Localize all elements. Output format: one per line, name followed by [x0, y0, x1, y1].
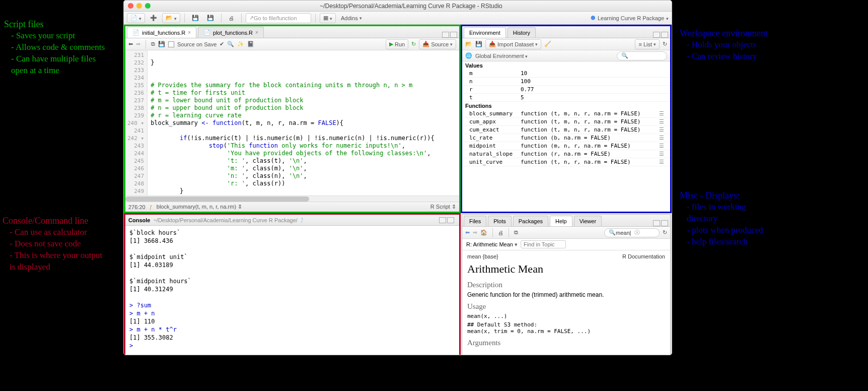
maximize-pane-button[interactable]: [661, 220, 668, 226]
tools-grid-button[interactable]: ▦: [320, 13, 336, 23]
env-function-row[interactable]: block_summaryfunction (t, m, n, r, na.rm…: [462, 110, 670, 118]
import-dataset-button[interactable]: 📥 Import Dataset: [485, 39, 541, 49]
re-run-icon[interactable]: ↻: [411, 41, 416, 47]
functions-section: Functions: [462, 102, 670, 110]
compile-report-icon[interactable]: 📓: [247, 41, 254, 47]
code-editor[interactable]: 231232233234235236237238239240 ▾241242 ▾…: [125, 50, 459, 196]
env-tabs: Environment History: [462, 26, 670, 38]
print-icon[interactable]: 🖨: [498, 230, 503, 236]
back-icon[interactable]: ⬅: [465, 229, 470, 236]
help-content[interactable]: mean {base}R Documentation Arithmetic Me…: [462, 250, 670, 355]
env-value-row[interactable]: m10: [462, 70, 670, 78]
close-window-button[interactable]: [128, 3, 133, 9]
env-value-row[interactable]: n100: [462, 78, 670, 86]
find-icon[interactable]: 🔍: [227, 41, 234, 47]
zoom-window-button[interactable]: [145, 3, 151, 9]
env-function-row[interactable]: cum_exactfunction (t, m, n, r, na.rm = F…: [462, 126, 670, 134]
tab-help[interactable]: Help: [550, 216, 572, 226]
refresh-icon[interactable]: ↻: [663, 229, 667, 236]
close-tab-icon[interactable]: ×: [255, 30, 258, 35]
env-function-row[interactable]: natural_slopefunction (r, na.rm = FALSE)…: [462, 150, 670, 158]
new-project-button[interactable]: ➕: [147, 13, 160, 23]
new-file-button[interactable]: 📄: [127, 13, 145, 23]
save-all-button[interactable]: 💾: [204, 13, 217, 23]
find-in-topic-input[interactable]: [521, 240, 566, 248]
env-value-row[interactable]: r0.77: [462, 86, 670, 94]
minimize-pane-button[interactable]: [442, 32, 449, 38]
help-usage2: ## Default S3 method: mean(x, trim = 0, …: [467, 321, 665, 335]
env-function-row[interactable]: lc_ratefunction (b, na.rm = FALSE)☰: [462, 134, 670, 142]
refresh-icon[interactable]: ↻: [663, 41, 667, 47]
source-menu-button[interactable]: 📥 Source: [419, 39, 456, 49]
env-functions-body: block_summaryfunction (t, m, n, r, na.rm…: [462, 110, 670, 166]
close-tab-icon[interactable]: ×: [188, 30, 191, 35]
window-title: ~/Desktop/Personal/Academia/Learning Cur…: [151, 3, 672, 10]
tab-viewer[interactable]: Viewer: [574, 216, 602, 226]
env-function-row[interactable]: unit_curvefunction (t, n, r, na.rm = FAL…: [462, 158, 670, 166]
scope-icon: 🌐: [465, 52, 472, 59]
annotation-script: Script files - Saves your script- Allows…: [4, 18, 105, 77]
help-search-input[interactable]: 🔍 mean| ⓧ: [604, 228, 660, 237]
env-search-input[interactable]: 🔍: [617, 51, 667, 60]
maximize-pane-button[interactable]: [661, 32, 668, 38]
tab-packages[interactable]: Packages: [513, 216, 548, 226]
code-body[interactable]: } # Provides the summary for the block c…: [148, 50, 438, 196]
popout-icon[interactable]: ⧉: [514, 229, 518, 236]
help-usage1: mean(x, ...): [467, 313, 665, 319]
scope-selector[interactable]: Global Environment: [475, 53, 528, 59]
forward-icon[interactable]: ➡: [136, 41, 140, 47]
spellcheck-icon[interactable]: ✔: [220, 41, 224, 47]
cursor-position: 276:20: [128, 204, 146, 210]
console-body[interactable]: $`block hours`[1] 3668.436 $`midpoint un…: [125, 226, 459, 355]
annotation-console: Console/Command line - Can use as calcul…: [3, 215, 102, 273]
language-selector[interactable]: R Script ⇕: [430, 204, 456, 210]
tab-files[interactable]: Files: [464, 216, 486, 226]
topic-dropdown[interactable]: R: Arithmetic Mean: [466, 241, 518, 248]
maximize-pane-button[interactable]: [447, 217, 454, 223]
minimize-window-button[interactable]: [136, 3, 142, 9]
home-icon[interactable]: 🏠: [480, 229, 487, 236]
editor-hscrollbar[interactable]: [125, 196, 459, 202]
run-button[interactable]: ▶ Run: [386, 39, 408, 49]
tab-environment[interactable]: Environment: [464, 27, 506, 38]
tab-history[interactable]: History: [508, 27, 536, 38]
source-pane: 📄 initial_functions.R × 📄 plot_functions…: [125, 26, 460, 212]
wand-icon[interactable]: ✨: [237, 41, 244, 47]
annotation-env: Workspace environment - Holds your objec…: [680, 27, 768, 62]
tab-initial-functions[interactable]: 📄 initial_functions.R ×: [127, 27, 196, 38]
save-button[interactable]: 💾: [189, 13, 202, 23]
print-button[interactable]: 🖨: [226, 13, 237, 23]
source-on-save-checkbox[interactable]: [168, 41, 174, 47]
annotation-script-body: - Saves your script- Allows code & comme…: [4, 30, 105, 77]
console-header: Console ~/Desktop/Personal/Academia/Lear…: [125, 215, 459, 226]
console-popout-icon[interactable]: ⤴: [301, 217, 304, 223]
minimize-pane-button[interactable]: [653, 32, 660, 38]
annotation-console-body: - Can use as calculator- Does not save c…: [3, 227, 102, 273]
minimize-pane-button[interactable]: [653, 220, 660, 226]
help-args-header: Arguments: [467, 339, 665, 347]
function-nav[interactable]: block_summary(t, m, n, r, na.rm) ⇕: [157, 204, 242, 210]
tab-plots[interactable]: Plots: [488, 216, 511, 226]
annotation-misc: Misc - Displays: - files in working dire…: [680, 189, 763, 248]
tab-plot-functions[interactable]: 📄 plot_functions.R ×: [198, 27, 264, 38]
env-list[interactable]: Values m10n100r0.77t5 Functions block_su…: [462, 61, 670, 212]
goto-file-input[interactable]: ↗ Go to file/function: [246, 13, 311, 23]
env-value-row[interactable]: t5: [462, 94, 670, 102]
back-icon[interactable]: ⬅: [128, 41, 133, 47]
save-workspace-icon[interactable]: 💾: [475, 41, 482, 47]
maximize-pane-button[interactable]: [450, 32, 457, 38]
open-file-button[interactable]: 📂: [162, 13, 180, 23]
project-menu[interactable]: ⬢Learning Curve R Package: [591, 15, 669, 21]
addins-menu[interactable]: Addins: [338, 13, 365, 23]
help-toolbar: ⬅ ➡ 🏠 🖨 ⧉ 🔍 mean| ⓧ ↻: [462, 227, 670, 239]
env-function-row[interactable]: cum_appxfunction (t, m, n, r, na.rm = FA…: [462, 118, 670, 126]
forward-icon[interactable]: ➡: [473, 229, 477, 236]
view-mode-button[interactable]: ≡ List: [635, 39, 660, 49]
show-in-new-window-icon[interactable]: ⧉: [151, 41, 155, 47]
clear-workspace-icon[interactable]: 🧹: [544, 41, 551, 47]
load-workspace-icon[interactable]: 📂: [465, 41, 472, 47]
env-function-row[interactable]: midpointfunction (m, n, r, na.rm = FALSE…: [462, 142, 670, 150]
main-toolbar: 📄 ➕ 📂 💾 💾 🖨 ↗ Go to file/function ▦ Addi…: [124, 12, 672, 25]
minimize-pane-button[interactable]: [439, 217, 446, 223]
save-icon[interactable]: 💾: [158, 41, 165, 47]
